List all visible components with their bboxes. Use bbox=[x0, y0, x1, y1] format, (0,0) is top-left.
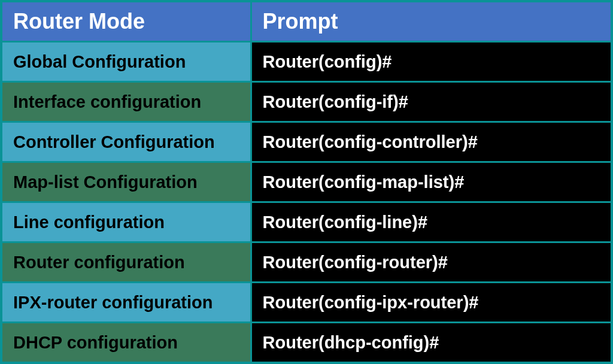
header-prompt: Prompt bbox=[252, 2, 611, 41]
table-row: Controller Configuration Router(config-c… bbox=[2, 123, 611, 163]
table-row: Line configuration Router(config-line)# bbox=[2, 203, 611, 243]
cell-prompt: Router(config-controller)# bbox=[252, 123, 611, 161]
table-row: Global Configuration Router(config)# bbox=[2, 43, 611, 83]
table-header-row: Router Mode Prompt bbox=[2, 2, 611, 43]
cell-prompt: Router(config)# bbox=[252, 43, 611, 81]
cell-router-mode: Line configuration bbox=[2, 203, 252, 241]
cell-prompt: Router(config-if)# bbox=[252, 83, 611, 121]
cell-router-mode: Router configuration bbox=[2, 243, 252, 281]
cell-router-mode: DHCP configuration bbox=[2, 323, 252, 362]
cell-router-mode: IPX-router configuration bbox=[2, 283, 252, 321]
table-row: Router configuration Router(config-route… bbox=[2, 243, 611, 283]
header-router-mode: Router Mode bbox=[2, 2, 252, 41]
table-row: Interface configuration Router(config-if… bbox=[2, 83, 611, 123]
cell-router-mode: Global Configuration bbox=[2, 43, 252, 81]
cell-prompt: Router(config-map-list)# bbox=[252, 163, 611, 201]
cell-router-mode: Interface configuration bbox=[2, 83, 252, 121]
cell-router-mode: Map-list Configuration bbox=[2, 163, 252, 201]
table-row: IPX-router configuration Router(config-i… bbox=[2, 283, 611, 323]
router-modes-table: Router Mode Prompt Global Configuration … bbox=[0, 0, 613, 364]
cell-prompt: Router(dhcp-config)# bbox=[252, 323, 611, 362]
table-row: Map-list Configuration Router(config-map… bbox=[2, 163, 611, 203]
table-row: DHCP configuration Router(dhcp-config)# bbox=[2, 323, 611, 362]
cell-prompt: Router(config-router)# bbox=[252, 243, 611, 281]
cell-router-mode: Controller Configuration bbox=[2, 123, 252, 161]
cell-prompt: Router(config-line)# bbox=[252, 203, 611, 241]
cell-prompt: Router(config-ipx-router)# bbox=[252, 283, 611, 321]
